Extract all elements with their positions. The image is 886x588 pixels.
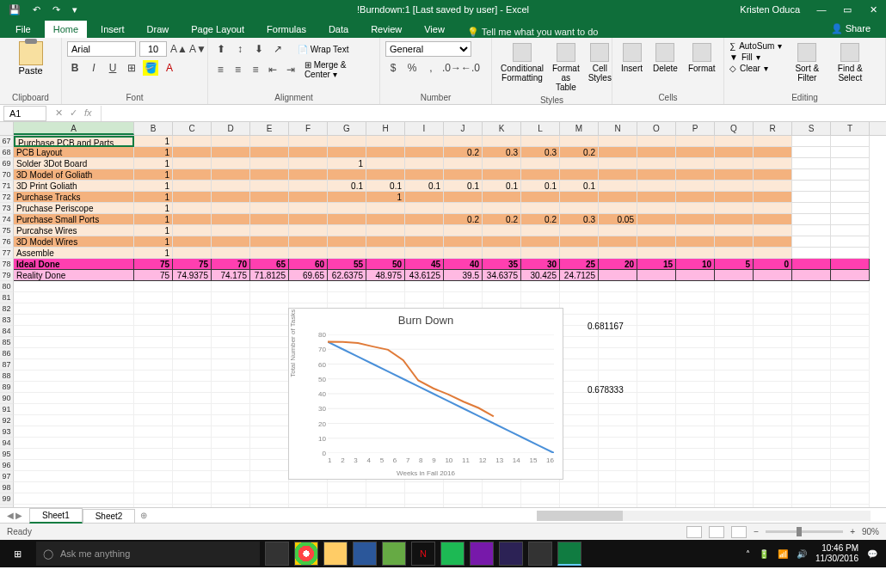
- cell[interactable]: [715, 158, 754, 169]
- cell[interactable]: [212, 158, 250, 169]
- cell[interactable]: [599, 426, 637, 438]
- cell[interactable]: [792, 348, 831, 359]
- align-top-icon[interactable]: ⬆: [213, 41, 229, 57]
- zoom-out-button[interactable]: −: [754, 527, 759, 536]
- zoom-level[interactable]: 90%: [862, 527, 879, 536]
- cell[interactable]: [250, 460, 289, 471]
- cell[interactable]: [134, 326, 173, 337]
- cell[interactable]: [792, 438, 831, 449]
- cell[interactable]: [676, 169, 715, 181]
- cell[interactable]: [792, 236, 831, 248]
- cell[interactable]: [792, 326, 831, 337]
- cell[interactable]: [134, 371, 173, 382]
- cell[interactable]: [676, 236, 715, 248]
- cell[interactable]: [521, 281, 560, 292]
- cell[interactable]: [715, 482, 754, 493]
- cell[interactable]: [599, 449, 637, 460]
- cell[interactable]: Assemble: [14, 248, 134, 259]
- cell[interactable]: [250, 449, 289, 460]
- cell[interactable]: [173, 236, 212, 248]
- cell[interactable]: [250, 192, 289, 203]
- cell[interactable]: [250, 482, 289, 493]
- cell[interactable]: 0.3: [521, 147, 560, 158]
- cell[interactable]: [792, 415, 831, 426]
- cell[interactable]: [754, 426, 792, 438]
- cell[interactable]: [676, 203, 715, 214]
- cell[interactable]: [483, 493, 521, 505]
- cell[interactable]: [134, 303, 173, 315]
- cell[interactable]: [250, 203, 289, 214]
- cell[interactable]: [560, 281, 599, 292]
- cell[interactable]: [444, 225, 483, 236]
- cell[interactable]: 0.1: [366, 181, 405, 192]
- cell[interactable]: [134, 449, 173, 460]
- cell[interactable]: [599, 493, 637, 505]
- cell[interactable]: [831, 214, 870, 225]
- cell[interactable]: [754, 371, 792, 382]
- cell[interactable]: [831, 415, 870, 426]
- cell[interactable]: [444, 236, 483, 248]
- cell[interactable]: [754, 158, 792, 169]
- cell[interactable]: [676, 493, 715, 505]
- cell[interactable]: [754, 460, 792, 471]
- cell[interactable]: [792, 493, 831, 505]
- cell[interactable]: [831, 493, 870, 505]
- cell[interactable]: [676, 449, 715, 460]
- cell[interactable]: 1: [328, 158, 366, 169]
- cell[interactable]: [328, 248, 366, 259]
- cell[interactable]: [637, 426, 676, 438]
- cell[interactable]: [173, 326, 212, 337]
- cell[interactable]: [831, 281, 870, 292]
- cell[interactable]: [715, 359, 754, 371]
- cell[interactable]: [212, 236, 250, 248]
- cell[interactable]: [715, 415, 754, 426]
- cell[interactable]: [831, 371, 870, 382]
- cell[interactable]: [483, 169, 521, 181]
- cell[interactable]: [483, 482, 521, 493]
- cell[interactable]: [212, 292, 250, 303]
- cell[interactable]: [637, 371, 676, 382]
- cell[interactable]: [212, 371, 250, 382]
- cell[interactable]: [444, 281, 483, 292]
- cell[interactable]: [560, 158, 599, 169]
- cell[interactable]: [792, 426, 831, 438]
- cell[interactable]: [754, 326, 792, 337]
- percent-icon[interactable]: %: [404, 60, 420, 76]
- italic-button[interactable]: I: [86, 60, 102, 76]
- cell[interactable]: [14, 292, 134, 303]
- cell[interactable]: [173, 203, 212, 214]
- cell[interactable]: [637, 169, 676, 181]
- cell[interactable]: [676, 415, 715, 426]
- cell[interactable]: [14, 303, 134, 315]
- column-header-O[interactable]: O: [637, 122, 676, 135]
- cell[interactable]: [637, 359, 676, 371]
- cell[interactable]: [289, 493, 328, 505]
- cell[interactable]: 65: [250, 259, 289, 270]
- row-header[interactable]: 67: [0, 136, 14, 147]
- cell[interactable]: [212, 303, 250, 315]
- battery-icon[interactable]: 🔋: [759, 549, 769, 559]
- cell[interactable]: [173, 415, 212, 426]
- cell[interactable]: [754, 404, 792, 415]
- cell[interactable]: 34.6375: [483, 270, 521, 281]
- cell[interactable]: 3D Print Goliath: [14, 181, 134, 192]
- cell[interactable]: [599, 438, 637, 449]
- orientation-icon[interactable]: ↗: [270, 41, 286, 57]
- cell[interactable]: 1: [134, 236, 173, 248]
- column-header-P[interactable]: P: [676, 122, 715, 135]
- cell[interactable]: [212, 214, 250, 225]
- cell[interactable]: [831, 426, 870, 438]
- cell[interactable]: [754, 449, 792, 460]
- cell[interactable]: [792, 214, 831, 225]
- cell[interactable]: [134, 415, 173, 426]
- cell[interactable]: [599, 281, 637, 292]
- minimize-button[interactable]: —: [809, 4, 834, 15]
- cell[interactable]: [754, 192, 792, 203]
- cell[interactable]: [715, 371, 754, 382]
- column-header-G[interactable]: G: [328, 122, 366, 135]
- cell[interactable]: [14, 315, 134, 326]
- cell[interactable]: [14, 371, 134, 382]
- cell[interactable]: [212, 315, 250, 326]
- horizontal-scrollbar[interactable]: [537, 511, 871, 521]
- cell[interactable]: [212, 482, 250, 493]
